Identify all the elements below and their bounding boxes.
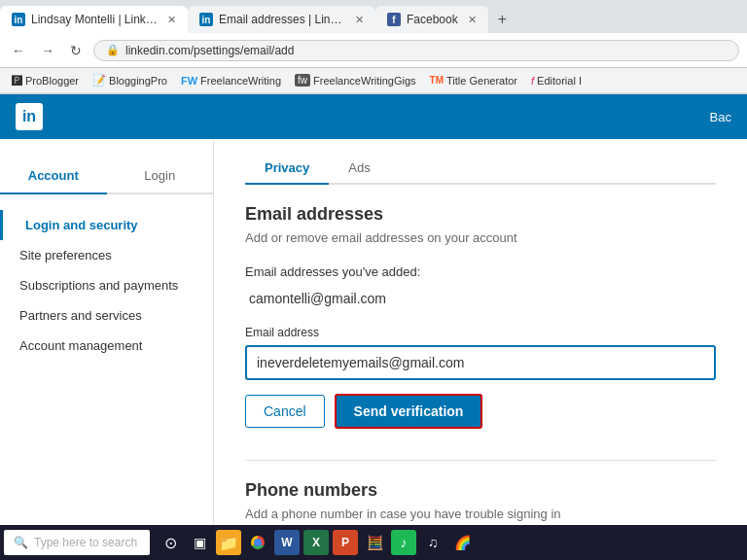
forward-button[interactable]: →: [37, 41, 58, 60]
taskbar-calculator-icon[interactable]: 🧮: [362, 530, 387, 555]
tab3-close[interactable]: ✕: [468, 14, 477, 26]
send-verification-button[interactable]: Send verification: [335, 394, 483, 429]
taskbar-chrome-icon[interactable]: [245, 530, 270, 555]
cancel-button[interactable]: Cancel: [245, 395, 325, 428]
taskbar-cortana-icon[interactable]: ⊙: [158, 530, 183, 555]
linkedin-header: in Bac: [0, 94, 747, 139]
email-section: Email addresses Add or remove email addr…: [245, 204, 716, 521]
tg-icon: TM: [430, 75, 444, 86]
tab3-title: Facebook: [407, 13, 458, 26]
taskbar-music-icon[interactable]: ♫: [420, 530, 445, 555]
sidebar-item-partners[interactable]: Partners and services: [0, 300, 213, 331]
taskbar-powerpoint-icon[interactable]: P: [333, 530, 358, 555]
bookmarks-bar: 🅿 ProBlogger 📝 BloggingPro FW FreelanceW…: [0, 68, 747, 93]
linkedin-logo[interactable]: in: [16, 103, 43, 130]
editorial-icon: f: [531, 75, 534, 87]
tab-bar: in Lindsay Montelli | LinkedIn ✕ in Emai…: [0, 0, 747, 33]
section-divider: [245, 460, 716, 461]
taskbar-search-icon: 🔍: [14, 536, 28, 549]
email-form-label: Email address: [245, 326, 716, 339]
email-input[interactable]: [245, 345, 716, 380]
tab2-title: Email addresses | LinkedIn: [219, 13, 345, 26]
tab1-title: Lindsay Montelli | LinkedIn: [31, 13, 158, 26]
existing-email: camontelli@gmail.com: [245, 291, 716, 306]
bookmark-freelancewritinggigs[interactable]: fw FreelanceWritingGigs: [291, 73, 420, 88]
new-tab-button[interactable]: +: [488, 6, 516, 33]
lock-icon: 🔒: [106, 44, 120, 56]
email-section-subtitle: Add or remove email addresses on your ac…: [245, 230, 716, 245]
bookmark-titlegenerator[interactable]: TM Title Generator: [426, 74, 521, 88]
back-button[interactable]: ←: [8, 41, 29, 60]
email-section-title: Email addresses: [245, 204, 716, 225]
tab-login[interactable]: Login: [107, 158, 214, 192]
bookmark-freelancewriting[interactable]: FW FreelanceWriting: [177, 74, 285, 88]
browser-chrome: in Lindsay Montelli | LinkedIn ✕ in Emai…: [0, 0, 747, 94]
bookmark-problogger[interactable]: 🅿 ProBlogger: [8, 74, 83, 88]
sidebar-item-site-preferences[interactable]: Site preferences: [0, 240, 213, 270]
bookmark-bloggingpro[interactable]: 📝 BloggingPro: [89, 73, 171, 88]
tab2-close[interactable]: ✕: [355, 14, 364, 26]
fw-icon: FW: [181, 75, 197, 87]
address-bar: ← → ↻ 🔒 linkedin.com/psettings/email/add: [0, 33, 747, 68]
taskbar-color-icon[interactable]: 🌈: [449, 530, 475, 555]
top-nav-tabs: Account Login: [0, 158, 213, 194]
emails-added-label: Email addresses you've added:: [245, 264, 716, 279]
tab1-close[interactable]: ✕: [167, 14, 176, 26]
browser-tab-1[interactable]: in Lindsay Montelli | LinkedIn ✕: [0, 6, 188, 33]
taskbar-spotify-icon[interactable]: ♪: [391, 530, 416, 555]
bookmark-editorial[interactable]: f Editorial I: [527, 74, 586, 88]
bloggingpro-icon: 📝: [92, 74, 106, 87]
content-area: Privacy Ads Email addresses Add or remov…: [214, 139, 747, 560]
taskbar-word-icon[interactable]: W: [274, 530, 300, 555]
fwg-icon: fw: [295, 74, 310, 87]
tab3-favicon: f: [387, 13, 401, 26]
sidebar-item-login-security[interactable]: Login and security: [0, 210, 213, 240]
problogger-icon: 🅿: [12, 75, 22, 87]
url-input[interactable]: 🔒 linkedin.com/psettings/email/add: [93, 40, 739, 61]
sidebar-item-account-management[interactable]: Account management: [0, 331, 213, 361]
tab-account[interactable]: Account: [0, 158, 107, 194]
chrome-favicon: [251, 536, 265, 549]
taskbar: 🔍 Type here to search ⊙ ▣ 📁 W X P 🧮 ♪ ♫ …: [0, 525, 747, 560]
tab2-favicon: in: [199, 13, 213, 26]
main-content: Account Login Login and security Site pr…: [0, 139, 747, 560]
tab1-favicon: in: [12, 13, 25, 26]
phone-section-subtitle: Add a phone number in case you have trou…: [245, 507, 716, 521]
taskbar-search-text: Type here to search: [34, 536, 137, 549]
taskbar-icons: ⊙ ▣ 📁 W X P 🧮 ♪ ♫ 🌈: [158, 530, 475, 555]
phone-section-title: Phone numbers: [245, 480, 716, 501]
action-buttons: Cancel Send verification: [245, 394, 716, 429]
sidebar-item-subscriptions[interactable]: Subscriptions and payments: [0, 270, 213, 300]
taskbar-folder-icon[interactable]: 📁: [216, 530, 241, 555]
sidebar: Account Login Login and security Site pr…: [0, 139, 214, 560]
reload-button[interactable]: ↻: [66, 41, 86, 60]
content-tab-privacy[interactable]: Privacy: [245, 153, 329, 185]
browser-tab-3[interactable]: f Facebook ✕: [375, 6, 488, 33]
content-tabs: Privacy Ads: [245, 153, 716, 185]
content-tab-ads[interactable]: Ads: [329, 153, 389, 183]
email-input-wrapper: [245, 345, 716, 380]
taskbar-search-box[interactable]: 🔍 Type here to search: [4, 530, 150, 555]
browser-tab-2[interactable]: in Email addresses | LinkedIn ✕: [188, 6, 375, 33]
linkedin-back-label: Bac: [710, 110, 731, 124]
taskbar-excel-icon[interactable]: X: [303, 530, 329, 555]
taskbar-task-view-icon[interactable]: ▣: [187, 530, 212, 555]
url-text: linkedin.com/psettings/email/add: [125, 44, 294, 57]
